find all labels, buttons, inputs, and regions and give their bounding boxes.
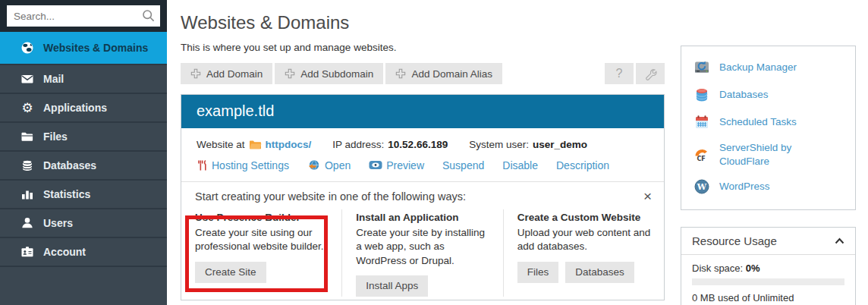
plus-icon xyxy=(190,68,201,79)
sidebar-item-mail[interactable]: Mail xyxy=(0,65,167,94)
promo-column-title: Install an Application xyxy=(356,211,490,225)
databases-button[interactable]: Databases xyxy=(565,262,634,283)
sidebar-item-label: Databases xyxy=(43,159,96,171)
wrench-icon xyxy=(644,68,657,80)
main-content: Websites & Domains This is where you set… xyxy=(181,0,665,300)
globe-arrow-icon xyxy=(307,159,321,171)
sidebar-item-files[interactable]: Files xyxy=(0,123,167,152)
add-domain-alias-button[interactable]: Add Domain Alias xyxy=(385,63,502,84)
sidebar-item-label: Statistics xyxy=(43,188,90,200)
toolbar: Add Domain Add Subdomain Add Domain Alia… xyxy=(181,63,665,84)
tool-label: WordPress xyxy=(719,180,770,193)
sidebar-item-account[interactable]: Account xyxy=(0,238,167,267)
tool-label: Scheduled Tasks xyxy=(719,115,797,129)
promo-column-text: Create your site using our professional … xyxy=(195,226,329,253)
tools-red-icon xyxy=(197,159,208,171)
plus-icon xyxy=(395,68,406,79)
folder-icon xyxy=(249,139,262,150)
user-icon xyxy=(20,216,34,230)
suspend-link[interactable]: Suspend xyxy=(442,159,484,171)
website-at-label: Website at xyxy=(197,139,245,150)
chevron-up-icon xyxy=(835,237,844,244)
sidebar-item-applications[interactable]: ⚙ Applications xyxy=(0,94,167,123)
search-input[interactable] xyxy=(7,5,160,27)
tool-label: ServerShield by CloudFlare xyxy=(719,141,843,168)
wordpress-icon: W xyxy=(693,178,710,195)
domain-actions-row: Hosting Settings Open Preview Suspend Di… xyxy=(181,150,664,181)
cloudflare-icon: CF xyxy=(693,146,710,163)
domain-panel: example.tld Website at httpdocs/ IP addr… xyxy=(181,94,665,300)
sidebar-item-users[interactable]: Users xyxy=(0,209,167,238)
disk-space-progress-bar xyxy=(692,278,844,285)
sidebar-item-statistics[interactable]: Statistics xyxy=(0,181,167,209)
resource-usage-title: Resource Usage xyxy=(692,234,777,247)
gear-icon: ⚙ xyxy=(20,101,34,115)
sidebar-item-websites-domains[interactable]: Websites & Domains xyxy=(0,32,167,65)
sidebar-item-label: Websites & Domains xyxy=(43,42,148,54)
sidebar: Websites & Domains Mail ⚙ Applications F… xyxy=(0,0,167,305)
domain-info-row: Website at httpdocs/ IP address: 10.52.6… xyxy=(181,128,664,150)
add-subdomain-button[interactable]: Add Subdomain xyxy=(275,63,383,84)
promo-column-text: Upload your web content and add database… xyxy=(517,226,652,253)
promo-heading: Start creating your website in one of th… xyxy=(195,190,466,203)
plus-icon xyxy=(285,68,295,79)
resource-usage-header[interactable]: Resource Usage xyxy=(681,228,855,255)
mail-icon xyxy=(20,72,34,86)
add-domain-button[interactable]: Add Domain xyxy=(181,63,272,84)
sidebar-item-label: Applications xyxy=(43,102,107,114)
backup-manager-link[interactable]: Backup Manager xyxy=(681,54,855,81)
help-button[interactable]: ? xyxy=(605,63,634,84)
preview-link[interactable]: Preview xyxy=(369,159,424,171)
system-user-label: System user: xyxy=(469,139,529,150)
backup-drive-icon xyxy=(693,59,710,76)
ip-value: 10.52.66.189 xyxy=(388,139,448,150)
hosting-settings-link[interactable]: Hosting Settings xyxy=(197,159,289,171)
disk-space-label: Disk space: xyxy=(692,263,743,274)
tools-box: Backup Manager Databases Scheduled Tasks… xyxy=(681,46,856,210)
right-sidebar: Backup Manager Databases Scheduled Tasks… xyxy=(681,46,856,305)
svg-text:W: W xyxy=(697,182,707,192)
servershield-link[interactable]: CF ServerShield by CloudFlare xyxy=(681,136,855,173)
httpdocs-link[interactable]: httpdocs/ xyxy=(266,139,312,150)
open-site-link[interactable]: Open xyxy=(307,159,351,171)
database-color-icon xyxy=(693,86,710,103)
sidebar-item-label: Mail xyxy=(43,73,64,85)
install-apps-button[interactable]: Install Apps xyxy=(356,275,428,297)
promo-column-text: Create your site by installing a web app… xyxy=(356,226,490,268)
page-subtitle: This is where you set up and manage webs… xyxy=(181,42,665,53)
tools-settings-button[interactable] xyxy=(636,63,665,84)
getting-started-promo: Start creating your website in one of th… xyxy=(181,181,664,305)
page-title: Websites & Domains xyxy=(181,12,665,33)
disk-space-detail: 0 MB used of Unlimited xyxy=(692,292,844,303)
system-user-value: user_demo xyxy=(533,139,587,150)
promo-column-presence-builder: Use Presence Builder Create your site us… xyxy=(181,209,341,297)
sidebar-search-strip xyxy=(0,0,167,32)
files-button[interactable]: Files xyxy=(517,262,559,283)
sidebar-item-label: Files xyxy=(43,130,68,143)
resource-usage-panel: Resource Usage Disk space: 0% 0 MB used … xyxy=(681,227,856,305)
svg-text:CF: CF xyxy=(697,155,706,162)
bar-chart-icon xyxy=(20,187,34,201)
description-link[interactable]: Description xyxy=(556,159,609,171)
promo-column-install-app: Install an Application Create your site … xyxy=(341,209,502,297)
disk-space-value: 0% xyxy=(746,263,760,274)
create-site-button[interactable]: Create Site xyxy=(195,262,266,283)
disable-link[interactable]: Disable xyxy=(502,159,538,171)
database-icon xyxy=(20,159,34,172)
close-icon[interactable]: × xyxy=(643,189,652,203)
scheduled-tasks-link[interactable]: Scheduled Tasks xyxy=(681,108,855,136)
folder-icon xyxy=(20,130,34,143)
sidebar-item-databases[interactable]: Databases xyxy=(0,152,167,181)
tool-label: Backup Manager xyxy=(719,61,797,74)
promo-column-title: Create a Custom Website xyxy=(517,211,652,225)
wordpress-link[interactable]: W WordPress xyxy=(681,173,855,200)
sidebar-item-label: Account xyxy=(43,246,86,258)
search-icon[interactable] xyxy=(142,9,156,25)
domain-title: example.tld xyxy=(181,95,664,128)
promo-column-title: Use Presence Builder xyxy=(195,211,329,225)
eye-icon xyxy=(369,159,382,171)
globe-icon xyxy=(20,41,34,55)
promo-column-custom-website: Create a Custom Website Upload your web … xyxy=(503,209,664,297)
id-card-icon xyxy=(20,245,34,259)
databases-link[interactable]: Databases xyxy=(681,81,855,108)
